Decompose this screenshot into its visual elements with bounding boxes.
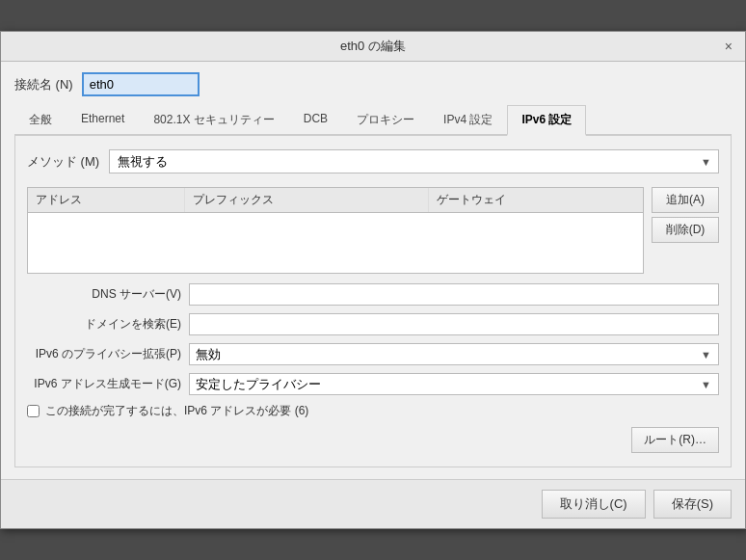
method-label: メソッド (M)	[27, 153, 99, 171]
dns-label: DNS サーバー(V)	[27, 286, 181, 303]
address-table-wrapper: アドレス プレフィックス ゲートウェイ	[27, 187, 644, 274]
tab-bar: 全般 Ethernet 802.1X セキュリティー DCB プロキシー IPv…	[14, 105, 732, 136]
privacy-select-wrapper: 無効 有効 (優先しない) 有効 (優先) ▼	[189, 343, 719, 365]
domain-input[interactable]	[189, 313, 719, 335]
tab-security[interactable]: 802.1X セキュリティー	[139, 105, 288, 136]
tab-ipv4[interactable]: IPv4 設定	[429, 105, 507, 136]
tab-ethernet[interactable]: Ethernet	[67, 105, 139, 136]
addr-mode-row: IPv6 アドレス生成モード(G) 安定したプライバシー EUI-64 ▼	[27, 373, 719, 395]
col-address: アドレス	[28, 188, 184, 213]
col-prefix: プレフィックス	[184, 188, 429, 213]
addr-mode-select-wrapper: 安定したプライバシー EUI-64 ▼	[189, 373, 719, 395]
connection-name-input[interactable]	[83, 73, 199, 95]
table-row	[28, 213, 643, 261]
tab-dcb[interactable]: DCB	[289, 105, 342, 136]
addr-mode-select[interactable]: 安定したプライバシー EUI-64	[189, 373, 719, 395]
route-button[interactable]: ルート(R)…	[631, 427, 719, 453]
window-title: eth0 の編集	[340, 38, 406, 55]
ipv6-panel: メソッド (M) 無視する 自動 手動 無効 ▼	[14, 136, 732, 467]
address-section: アドレス プレフィックス ゲートウェイ	[27, 187, 719, 274]
cancel-button[interactable]: 取り消し(C)	[542, 490, 646, 519]
dns-row: DNS サーバー(V)	[27, 283, 719, 306]
col-gateway: ゲートウェイ	[429, 188, 643, 213]
addr-mode-label: IPv6 アドレス生成モード(G)	[27, 376, 181, 392]
add-address-button[interactable]: 追加(A)	[652, 187, 719, 213]
privacy-label: IPv6 のプライバシー拡張(P)	[27, 346, 181, 362]
dns-input[interactable]	[189, 283, 719, 306]
domain-label: ドメインを検索(E)	[27, 316, 181, 333]
domain-row: ドメインを検索(E)	[27, 313, 719, 335]
checkbox-row: この接続が完了するには、IPv6 アドレスが必要 (6)	[27, 403, 719, 419]
route-row: ルート(R)…	[27, 427, 719, 453]
privacy-select[interactable]: 無効 有効 (優先しない) 有効 (優先)	[189, 343, 719, 365]
titlebar: eth0 の編集 ×	[1, 32, 745, 62]
footer: 取り消し(C) 保存(S)	[1, 479, 745, 528]
address-table: アドレス プレフィックス ゲートウェイ	[28, 188, 643, 261]
method-row: メソッド (M) 無視する 自動 手動 無効 ▼	[27, 149, 719, 173]
save-button[interactable]: 保存(S)	[653, 490, 732, 519]
connection-name-row: 接続名 (N)	[14, 73, 732, 95]
main-window: eth0 の編集 × 接続名 (N) 全般 Ethernet 802.1X セキ…	[0, 31, 746, 529]
tab-general[interactable]: 全般	[14, 105, 67, 136]
close-button[interactable]: ×	[720, 37, 737, 56]
address-buttons: 追加(A) 削除(D)	[652, 187, 719, 274]
ipv6-required-label: この接続が完了するには、IPv6 アドレスが必要 (6)	[45, 403, 308, 419]
method-select[interactable]: 無視する 自動 手動 無効	[109, 149, 719, 173]
tab-ipv6[interactable]: IPv6 設定	[507, 105, 586, 136]
tab-proxy[interactable]: プロキシー	[342, 105, 429, 136]
ipv6-required-checkbox[interactable]	[27, 405, 40, 417]
dialog-content: 接続名 (N) 全般 Ethernet 802.1X セキュリティー DCB プ…	[1, 62, 745, 479]
method-select-wrapper: 無視する 自動 手動 無効 ▼	[109, 149, 719, 173]
connection-name-label: 接続名 (N)	[14, 76, 73, 93]
privacy-row: IPv6 のプライバシー拡張(P) 無効 有効 (優先しない) 有効 (優先) …	[27, 343, 719, 365]
delete-address-button[interactable]: 削除(D)	[652, 217, 719, 243]
